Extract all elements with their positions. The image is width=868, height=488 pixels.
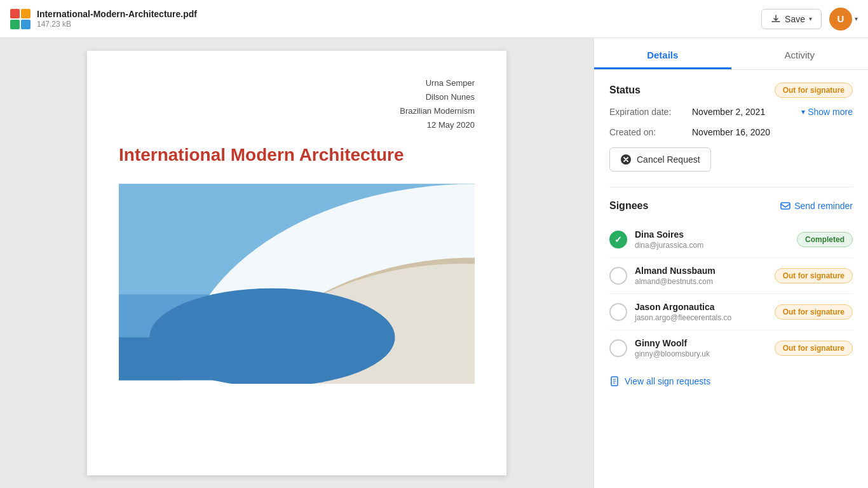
signees-header: Signees Send reminder: [609, 200, 853, 212]
logo-q4: [21, 20, 31, 29]
signee-badge: Out for signature: [775, 268, 853, 283]
signee-badge: Out for signature: [775, 304, 853, 320]
avatar-chevron-icon: ▾: [855, 15, 858, 22]
signee-left: Almand Nussbaum almand@bestnuts.com: [609, 266, 715, 286]
cancel-icon: [620, 154, 632, 165]
signee-row: Jason Argonautica jason.argo@fleecerenta…: [609, 294, 853, 330]
expiration-value: November 2, 2021: [692, 107, 801, 117]
signees-list: Dina Soires dina@jurassica.com Completed…: [609, 222, 853, 366]
signees-section: Signees Send reminder Dina Soires din: [609, 200, 853, 386]
signee-left: Dina Soires dina@jurassica.com: [609, 229, 703, 250]
signee-name: Dina Soires: [635, 229, 703, 240]
pdf-title: International Modern Architecture: [119, 145, 475, 165]
svg-rect-8: [781, 203, 790, 209]
status-title: Status: [609, 85, 641, 96]
panel-content: Status Out for signature Expiration date…: [594, 70, 868, 414]
save-button[interactable]: Save ▾: [761, 9, 822, 29]
main-content: Urna Semper Dilson Nunes Brazilian Moder…: [0, 38, 868, 488]
signee-email: dina@jurassica.com: [635, 241, 703, 250]
header-left: International-Modern-Architecture.pdf 14…: [10, 9, 761, 29]
created-row: Created on: November 16, 2020: [609, 127, 853, 137]
show-more-label: Show more: [808, 107, 853, 117]
tab-details[interactable]: Details: [594, 38, 731, 69]
signee-left: Ginny Woolf ginny@bloomsbury.uk: [609, 338, 710, 358]
signee-status-icon: [609, 267, 627, 285]
pdf-image-svg: [119, 180, 475, 384]
app-logo: [10, 9, 31, 29]
logo-q2: [21, 9, 31, 18]
mail-icon: [780, 201, 790, 211]
signee-status-icon: [609, 339, 627, 357]
expiration-row: Expiration date: November 2, 2021 ▾ Show…: [609, 107, 853, 117]
pdf-page: Urna Semper Dilson Nunes Brazilian Moder…: [87, 51, 506, 475]
signee-left: Jason Argonautica jason.argo@fleecerenta…: [609, 302, 731, 322]
tabs: Details Activity: [594, 38, 868, 70]
save-label: Save: [785, 14, 805, 24]
status-badge: Out for signature: [775, 83, 853, 98]
send-reminder-label: Send reminder: [794, 201, 853, 211]
pdf-meta-line1: Urna Semper: [119, 76, 475, 90]
pdf-meta-line2: Dilson Nunes: [119, 90, 475, 104]
signee-status-icon: [609, 303, 627, 321]
signees-title: Signees: [609, 200, 648, 212]
file-info: International-Modern-Architecture.pdf 14…: [37, 9, 197, 29]
user-avatar[interactable]: U: [829, 8, 852, 30]
view-all-label: View all sign requests: [625, 376, 710, 386]
logo-q1: [10, 9, 20, 18]
signee-row: Ginny Woolf ginny@bloomsbury.uk Out for …: [609, 330, 853, 366]
pdf-preview-area: Urna Semper Dilson Nunes Brazilian Moder…: [0, 38, 593, 488]
save-chevron-icon: ▾: [809, 15, 812, 22]
signee-row: Dina Soires dina@jurassica.com Completed: [609, 222, 853, 258]
signee-status-icon: [609, 231, 627, 248]
signee-email: almand@bestnuts.com: [635, 277, 715, 286]
created-label: Created on:: [609, 127, 692, 137]
status-header: Status Out for signature: [609, 83, 853, 98]
signee-email: ginny@bloomsbury.uk: [635, 349, 710, 358]
right-panel: Details Activity Status Out for signatur…: [593, 38, 868, 488]
chevron-down-icon: ▾: [801, 107, 805, 116]
section-divider: [609, 187, 853, 187]
signee-info: Ginny Woolf ginny@bloomsbury.uk: [635, 338, 710, 358]
pdf-image: [119, 180, 475, 384]
expiration-label: Expiration date:: [609, 107, 692, 117]
download-icon: [771, 14, 781, 24]
cancel-request-label: Cancel Request: [637, 154, 700, 165]
signee-info: Dina Soires dina@jurassica.com: [635, 229, 703, 250]
signee-info: Jason Argonautica jason.argo@fleecerenta…: [635, 302, 731, 322]
signee-name: Almand Nussbaum: [635, 266, 715, 276]
filename: International-Modern-Architecture.pdf: [37, 9, 197, 19]
pdf-meta: Urna Semper Dilson Nunes Brazilian Moder…: [119, 76, 475, 132]
pdf-meta-line4: 12 May 2020: [119, 118, 475, 132]
signee-info: Almand Nussbaum almand@bestnuts.com: [635, 266, 715, 286]
app-header: International-Modern-Architecture.pdf 14…: [0, 0, 868, 38]
filesize: 147.23 kB: [37, 20, 197, 29]
show-more-link[interactable]: ▾ Show more: [801, 107, 853, 117]
tab-activity[interactable]: Activity: [731, 38, 869, 69]
view-all-sign-requests-link[interactable]: View all sign requests: [609, 376, 853, 386]
send-reminder-link[interactable]: Send reminder: [780, 201, 853, 211]
signee-row: Almand Nussbaum almand@bestnuts.com Out …: [609, 258, 853, 294]
logo-q3: [10, 20, 20, 29]
status-section: Status Out for signature Expiration date…: [609, 83, 853, 172]
signee-name: Ginny Woolf: [635, 338, 710, 348]
signee-badge: Out for signature: [775, 341, 853, 356]
created-value: November 16, 2020: [692, 127, 853, 137]
cancel-request-button[interactable]: Cancel Request: [609, 147, 711, 172]
svg-point-6: [149, 288, 395, 384]
signee-email: jason.argo@fleecerentals.co: [635, 313, 731, 322]
signee-name: Jason Argonautica: [635, 302, 731, 312]
user-menu[interactable]: U ▾: [829, 8, 858, 30]
document-icon: [609, 376, 620, 386]
pdf-meta-line3: Brazilian Modernism: [119, 104, 475, 118]
header-right: Save ▾ U ▾: [761, 8, 858, 30]
signee-badge: Completed: [797, 232, 853, 247]
